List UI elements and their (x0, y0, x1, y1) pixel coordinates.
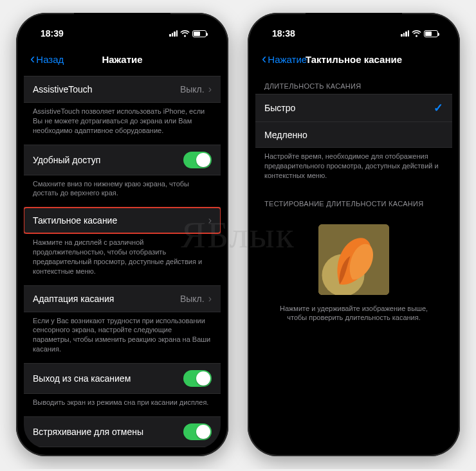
cell-label: Встряхивание для отмены (33, 427, 143, 437)
test-caption: Нажмите и удерживайте изображение выше, … (255, 300, 452, 323)
cell-label: Тактильное касание (33, 215, 117, 226)
test-image[interactable] (318, 224, 389, 295)
screen-left: 18:39 ‹ Назад Нажатие AssistiveTouch (24, 21, 221, 449)
footer-tap-to-wake: Выводить экран из режима сна при касании… (24, 394, 221, 416)
row-haptic-touch[interactable]: Тактильное касание › (24, 208, 221, 233)
cell-label: AssistiveTouch (33, 84, 93, 94)
footer-reachability: Смахните вниз по нижнему краю экрана, чт… (24, 175, 221, 208)
section-header-duration: ДЛИТЕЛЬНОСТЬ КАСАНИЯ (255, 72, 452, 94)
footer-haptic: Нажмите на дисплей с различной продолжит… (24, 234, 221, 285)
notch (74, 13, 170, 28)
toggle-shake-to-undo[interactable] (183, 423, 212, 440)
chevron-right-icon: › (208, 215, 212, 226)
status-right (169, 30, 206, 37)
wifi-icon (412, 30, 421, 37)
phone-right: 18:38 ‹ Нажатие Тактильное касание ДЛИТЕ… (248, 13, 460, 456)
back-label: Назад (36, 54, 64, 65)
chevron-right-icon: › (208, 293, 212, 305)
battery-icon (424, 30, 438, 37)
back-button[interactable]: ‹ Нажатие (262, 52, 307, 66)
back-label: Нажатие (268, 54, 307, 65)
chevron-left-icon: ‹ (262, 52, 266, 66)
wifi-icon (180, 30, 190, 37)
row-touch-accommodation[interactable]: Адаптация касания Выкл. › (24, 286, 221, 312)
toggle-reachability[interactable] (183, 152, 212, 168)
footer-shake: Если Вы часто встряхиваете iPhone случай… (24, 447, 221, 449)
option-fast[interactable]: Быстро ✓ (255, 94, 452, 121)
screen-right: 18:38 ‹ Нажатие Тактильное касание ДЛИТЕ… (255, 21, 452, 449)
chevron-right-icon: › (208, 84, 212, 95)
section-header-test: ТЕСТИРОВАНИЕ ДЛИТЕЛЬНОСТИ КАСАНИЯ (255, 190, 452, 211)
option-slow[interactable]: Медленно (255, 121, 452, 147)
row-shake-to-undo[interactable]: Встряхивание для отмены (24, 417, 221, 447)
row-assistivetouch[interactable]: AssistiveTouch Выкл. › (24, 76, 221, 102)
status-time: 18:39 (41, 28, 64, 39)
content-right: ДЛИТЕЛЬНОСТЬ КАСАНИЯ Быстро ✓ Медленно Н… (255, 72, 452, 449)
back-button[interactable]: ‹ Назад (30, 52, 64, 66)
cell-value: Выкл. (180, 294, 205, 304)
battery-icon (192, 30, 206, 37)
test-image-container (255, 211, 452, 300)
cell-label: Адаптация касания (33, 294, 114, 304)
nav-bar: ‹ Назад Нажатие (24, 46, 221, 72)
status-right (401, 30, 438, 37)
cell-label: Быстро (264, 103, 295, 113)
notch (306, 13, 402, 28)
cell-value: Выкл. (180, 84, 205, 94)
phone-left: 18:39 ‹ Назад Нажатие AssistiveTouch (16, 13, 228, 456)
content-left: AssistiveTouch Выкл. › AssistiveTouch по… (24, 72, 221, 449)
footer-accommodation: Если у Вас возникают трудности при испол… (24, 312, 221, 363)
checkmark-icon: ✓ (434, 101, 443, 115)
row-tap-to-wake[interactable]: Выход из сна касанием (24, 364, 221, 393)
footer-assistivetouch: AssistiveTouch позволяет использовать iP… (24, 103, 221, 145)
signal-icon (401, 30, 409, 37)
footer-duration: Настройте время, необходимое для отображ… (255, 148, 452, 190)
row-reachability[interactable]: Удобный доступ (24, 145, 221, 175)
status-time: 18:38 (272, 28, 295, 39)
nav-bar: ‹ Нажатие Тактильное касание (255, 46, 452, 72)
cell-label: Медленно (264, 130, 307, 140)
cell-label: Выход из сна касанием (33, 373, 131, 384)
cell-label: Удобный доступ (33, 155, 100, 165)
chevron-left-icon: ‹ (30, 52, 35, 66)
signal-icon (169, 30, 178, 37)
toggle-tap-to-wake[interactable] (183, 370, 212, 387)
